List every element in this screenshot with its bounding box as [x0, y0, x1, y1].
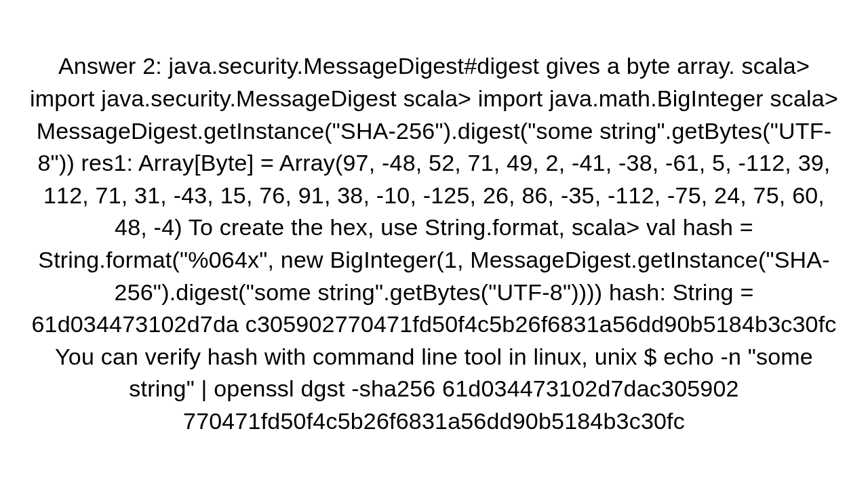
document-body: Answer 2: java.security.MessageDigest#di…	[27, 50, 841, 437]
body-text: Answer 2: java.security.MessageDigest#di…	[30, 53, 838, 434]
